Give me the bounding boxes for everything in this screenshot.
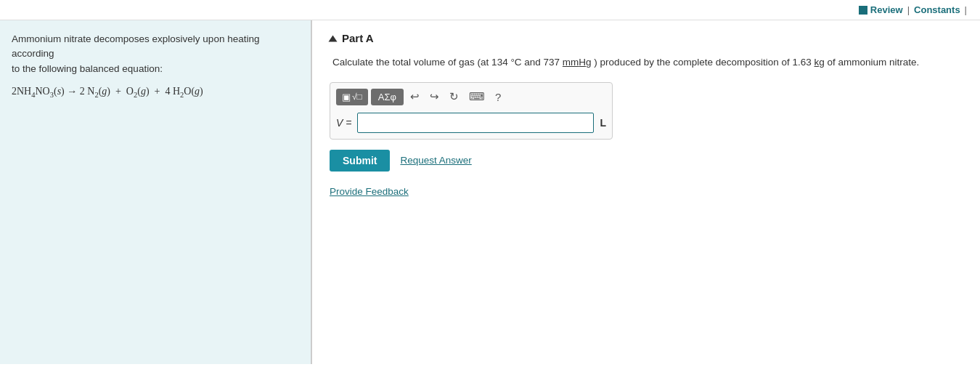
top-bar: Review | Constants | bbox=[0, 0, 980, 20]
answer-prefix: V = bbox=[336, 117, 351, 129]
problem-intro: Ammonium nitrate decomposes explosively … bbox=[12, 32, 299, 76]
unit-label: L bbox=[600, 117, 606, 129]
toolbar: ▣ √□ ΑΣφ ↩ ↪ ↻ ⌨ ? bbox=[336, 89, 606, 105]
separator1: | bbox=[907, 4, 910, 15]
refresh-button[interactable]: ↻ bbox=[446, 89, 462, 105]
symbol-button[interactable]: ▣ √□ bbox=[336, 89, 368, 105]
left-panel: Ammonium nitrate decomposes explosively … bbox=[0, 20, 312, 364]
separator2: | bbox=[965, 4, 967, 15]
provide-feedback-link[interactable]: Provide Feedback bbox=[330, 186, 963, 197]
constants-link[interactable]: Constants bbox=[914, 4, 960, 15]
part-a-label: Part A bbox=[342, 32, 374, 44]
keyboard-button[interactable]: ⌨ bbox=[465, 89, 489, 105]
sqrt-icon: √□ bbox=[352, 92, 362, 102]
undo-button[interactable]: ↩ bbox=[407, 89, 423, 105]
question-text: Calculate the total volume of gas (at 13… bbox=[330, 55, 963, 70]
answer-input[interactable] bbox=[357, 113, 594, 133]
answer-container: ▣ √□ ΑΣφ ↩ ↪ ↻ ⌨ ? V = L bbox=[330, 82, 613, 140]
part-a-header: Part A bbox=[330, 32, 963, 44]
alpha-label: ΑΣφ bbox=[378, 92, 396, 102]
collapse-triangle[interactable] bbox=[329, 35, 338, 41]
intro-line2: to the following balanced equation: bbox=[12, 63, 163, 74]
intro-line1: Ammonium nitrate decomposes explosively … bbox=[12, 33, 259, 59]
answer-row: V = L bbox=[336, 113, 606, 133]
redo-button[interactable]: ↪ bbox=[426, 89, 443, 105]
alpha-button[interactable]: ΑΣφ bbox=[371, 89, 404, 105]
review-link[interactable]: Review bbox=[870, 4, 903, 15]
symbol-icon: ▣ bbox=[342, 92, 351, 102]
help-button[interactable]: ? bbox=[491, 89, 505, 105]
submit-button[interactable]: Submit bbox=[330, 150, 390, 172]
chemical-equation: 2NH4NO3(s) → 2 N2(g) + O2(g) + 4 H2O(g) bbox=[12, 86, 203, 97]
main-layout: Ammonium nitrate decomposes explosively … bbox=[0, 20, 980, 364]
request-answer-link[interactable]: Request Answer bbox=[400, 155, 471, 166]
action-row: Submit Request Answer bbox=[330, 150, 963, 172]
review-icon bbox=[859, 6, 867, 15]
right-panel: Part A Calculate the total volume of gas… bbox=[312, 20, 980, 364]
